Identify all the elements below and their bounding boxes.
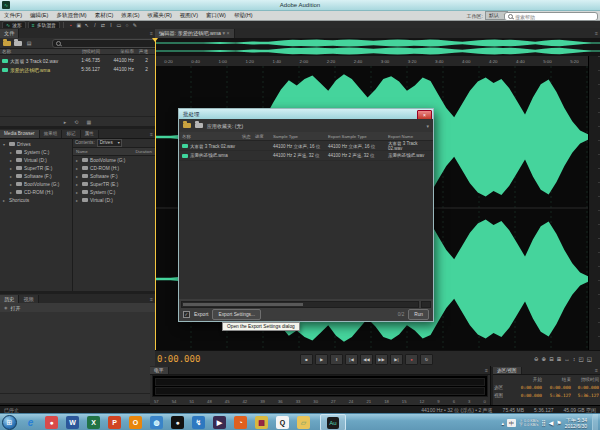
apply-favorite-select[interactable]: 应用收藏夹: (无) bbox=[207, 123, 243, 129]
show-desktop-button[interactable] bbox=[592, 414, 598, 430]
contents-item[interactable]: ▸System (C:) bbox=[73, 188, 155, 196]
media-player-icon[interactable]: ● bbox=[171, 416, 184, 429]
scrollbar-thumb[interactable] bbox=[183, 303, 303, 306]
panel-menu-icon[interactable]: ≡ bbox=[148, 29, 155, 38]
tab-markers[interactable]: 标记 bbox=[62, 130, 80, 138]
menu-item[interactable]: 效果(S) bbox=[117, 11, 143, 20]
menu-item[interactable]: 收藏夹(R) bbox=[144, 11, 176, 20]
tree-item-drive[interactable]: ▸System (C:) bbox=[0, 148, 72, 156]
excel-icon[interactable]: X bbox=[87, 416, 100, 429]
help-search-input[interactable]: 搜索帮助 bbox=[504, 12, 598, 21]
value-start[interactable]: 0:00.000 bbox=[513, 385, 542, 390]
tree-item-drive[interactable]: ▸CD-ROM (H:) bbox=[0, 188, 72, 196]
tab-history[interactable]: 历史 bbox=[0, 295, 19, 303]
zoom-in-full-icon[interactable]: ⊞ bbox=[557, 352, 562, 366]
tree-item-drive[interactable]: ▸Virtual (D:) bbox=[0, 156, 72, 164]
zoom-vertical-icon[interactable]: ↕ bbox=[573, 352, 576, 366]
tab-editor[interactable]: 编辑器: 亲爱的还钱吧.wma ▾ × bbox=[155, 29, 235, 38]
dialog-file-row[interactable]: 亲爱的还钱吧.wma44100 Hz 2 声道, 32 位44100 Hz 2 … bbox=[179, 151, 433, 161]
panel-menu-icon[interactable]: ≡ bbox=[148, 130, 155, 138]
tray-expand-icon[interactable]: ▴ bbox=[502, 420, 505, 426]
dialog-file-row[interactable]: 大富翁 3 Track 02.wav44100 Hz 立体声, 16 位4410… bbox=[179, 141, 433, 151]
browser-app-icon[interactable]: ◔ bbox=[234, 416, 247, 429]
add-files-icon[interactable] bbox=[183, 123, 191, 128]
value-duration[interactable]: 0:00.000 bbox=[571, 385, 599, 390]
skip-to-start-button[interactable]: |◀ bbox=[345, 354, 358, 365]
record-button[interactable]: ● bbox=[405, 354, 418, 365]
file-row[interactable]: 大富翁 3 Track 02.wav1:46.73544100 Hz2 bbox=[0, 56, 155, 65]
chevron-down-icon[interactable]: ▾ bbox=[222, 30, 225, 36]
ime-indicator[interactable]: 中 bbox=[507, 419, 516, 427]
playhead[interactable] bbox=[155, 38, 156, 350]
tab-video[interactable]: 视频 bbox=[19, 295, 38, 303]
contents-item[interactable]: ▸CD-ROM (H:) bbox=[73, 164, 155, 172]
qq-icon[interactable]: Q bbox=[276, 416, 289, 429]
contents-item[interactable]: ▸Virtual (D:) bbox=[73, 196, 155, 204]
panel-menu-icon[interactable]: ≡ bbox=[593, 367, 600, 374]
tab-levels[interactable]: 电平 bbox=[150, 367, 169, 374]
tree-item-drive[interactable]: ▸Software (F:) bbox=[0, 172, 72, 180]
start-button[interactable]: ⊞ bbox=[2, 415, 17, 430]
history-entry[interactable]: ◉ 打开 bbox=[0, 303, 159, 312]
dialog-columns[interactable]: 名称 状态 进度 Sample Type Export Sample Type … bbox=[179, 132, 433, 141]
taskbar-clock[interactable]: 下午 5:34 2012/6/30 bbox=[565, 417, 589, 429]
powerpoint-icon[interactable]: P bbox=[108, 416, 121, 429]
tree-item-drive[interactable]: ▸BootVolume (G:) bbox=[0, 180, 72, 188]
zoom-selection-right-icon[interactable]: ◱ bbox=[587, 352, 592, 366]
contents-item[interactable]: ▸BootVolume (G:) bbox=[73, 156, 155, 164]
trash-icon[interactable]: ▦ bbox=[86, 119, 91, 125]
fast-forward-button[interactable]: ▶▶ bbox=[375, 354, 388, 365]
value-end[interactable]: 5:36.127 bbox=[542, 393, 571, 398]
tab-files[interactable]: 文件 bbox=[0, 29, 19, 38]
tab-properties[interactable]: 属性 bbox=[81, 130, 99, 138]
pause-button[interactable]: ‖ bbox=[330, 354, 343, 365]
files-columns[interactable]: 名称 持续时间 采样率 声道 bbox=[0, 48, 155, 55]
file-row[interactable]: 亲爱的还钱吧.wma5:36.12744100 Hz2 bbox=[0, 65, 155, 74]
play-button[interactable]: ▶ bbox=[315, 354, 328, 365]
thunder-icon[interactable]: ↯ bbox=[192, 416, 205, 429]
value-duration[interactable]: 5:36.127 bbox=[571, 393, 599, 398]
ie-icon[interactable]: e bbox=[24, 416, 37, 429]
export-settings-button[interactable]: Export Settings... bbox=[212, 309, 261, 320]
zoom-out-icon[interactable]: ⊖ bbox=[534, 352, 539, 366]
network-icon[interactable]: ⣿ bbox=[541, 419, 545, 426]
video-player-icon[interactable]: ▶ bbox=[213, 416, 226, 429]
loop-button[interactable]: ↻ bbox=[420, 354, 433, 365]
zoom-out-full-icon[interactable]: ⊟ bbox=[549, 352, 554, 366]
tab-effects-rack[interactable]: 效果组 bbox=[40, 130, 63, 138]
tree-item-drives[interactable]: ▾Drives bbox=[0, 140, 72, 148]
panel-menu-icon[interactable]: ≡ bbox=[483, 367, 490, 374]
menu-item[interactable]: 文件(F) bbox=[0, 11, 26, 20]
close-icon[interactable]: × bbox=[226, 30, 229, 36]
value-end[interactable]: 0:00.000 bbox=[542, 385, 571, 390]
tree-item-drive[interactable]: ▸SuperTR (E:) bbox=[0, 164, 72, 172]
chevron-down-icon[interactable]: ▾ bbox=[426, 123, 429, 129]
panel-menu-icon[interactable]: ≡ bbox=[593, 29, 600, 38]
menu-item[interactable]: 窗口(W) bbox=[202, 11, 230, 20]
dialog-titlebar[interactable]: 批处理 bbox=[179, 109, 433, 119]
tree-item-shortcuts[interactable]: ▸Shortcuts bbox=[0, 196, 72, 204]
contents-columns[interactable]: Name Duration bbox=[73, 147, 155, 156]
menu-item[interactable]: 多轨混音(M) bbox=[52, 11, 90, 20]
notes-app-icon[interactable]: ▤ bbox=[255, 416, 268, 429]
zoom-selection-left-icon[interactable]: ◰ bbox=[579, 352, 584, 366]
tab-selection-view[interactable]: 选区/视图 bbox=[493, 367, 522, 374]
skip-to-end-button[interactable]: ▶| bbox=[390, 354, 403, 365]
loop-icon[interactable]: ⟲ bbox=[74, 119, 78, 125]
taskbar-audition-active[interactable]: Au bbox=[320, 414, 346, 430]
security-app-icon[interactable]: ● bbox=[45, 416, 58, 429]
stop-button[interactable]: ■ bbox=[300, 354, 313, 365]
time-display[interactable]: 0:00.000 bbox=[157, 354, 200, 364]
zoom-in-icon[interactable]: ⊕ bbox=[542, 352, 547, 366]
zoom-horizontal-icon[interactable]: ↔ bbox=[564, 352, 570, 366]
globe-app-icon[interactable]: ◍ bbox=[150, 416, 163, 429]
tab-media-browser[interactable]: Media Browser bbox=[0, 130, 40, 138]
contents-item[interactable]: ▸SuperTR (E:) bbox=[73, 180, 155, 188]
export-checkbox[interactable]: ✓ bbox=[183, 311, 190, 318]
action-center-icon[interactable]: ⚑ bbox=[556, 419, 561, 426]
menu-item[interactable]: 编辑(E) bbox=[26, 11, 52, 20]
amplitude-ruler[interactable] bbox=[588, 56, 600, 350]
menu-item[interactable]: 素材(C) bbox=[91, 11, 118, 20]
remove-files-icon[interactable] bbox=[195, 123, 203, 128]
explorer-folder-icon[interactable]: ▱ bbox=[297, 416, 310, 429]
